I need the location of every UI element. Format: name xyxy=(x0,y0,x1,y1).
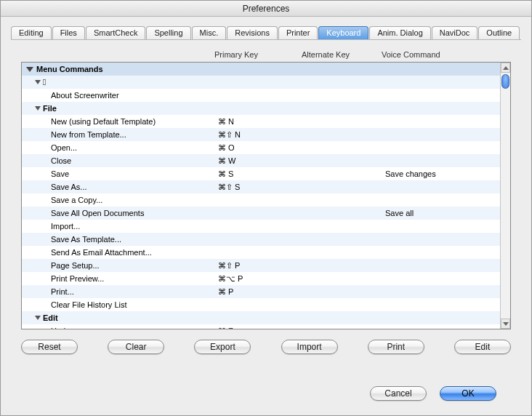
tree-header-label: Menu Commands xyxy=(36,65,103,73)
export-button[interactable]: Export xyxy=(194,340,251,354)
cancel-button[interactable]: Cancel xyxy=(370,386,427,401)
row-name: Print Preview... xyxy=(22,274,215,283)
row-label: Close xyxy=(51,156,71,165)
row-label: Save a Copy... xyxy=(51,196,102,204)
tab-navidoc[interactable]: NaviDoc xyxy=(432,26,478,39)
col-name xyxy=(21,50,214,59)
edit-button[interactable]: Edit xyxy=(454,340,511,354)
tab-printer[interactable]: Printer xyxy=(278,26,318,39)
import-button[interactable]: Import xyxy=(281,340,338,354)
row-label: Print Preview... xyxy=(51,274,104,283)
table-row[interactable]: Close⌘ W xyxy=(22,154,510,167)
row-name: Undo xyxy=(22,327,215,329)
scroll-up-button[interactable] xyxy=(501,63,510,73)
tab-smartcheck[interactable]: SmartCheck xyxy=(86,26,146,39)
row-label: New (using Default Template) xyxy=(51,117,156,126)
row-primary: ⌘ S xyxy=(215,169,302,179)
row-voice: Save all xyxy=(382,209,510,217)
shortcut-tree: Menu Commands About ScreenwriterFileNew… xyxy=(21,62,511,329)
table-row[interactable]: Open...⌘ O xyxy=(22,141,510,154)
row-primary: ⌘ W xyxy=(215,156,302,166)
row-primary: ⌘ P xyxy=(215,287,302,297)
table-row[interactable]: Save a Copy... xyxy=(22,193,510,207)
table-row[interactable]: About Screenwriter xyxy=(22,89,510,102)
row-name: Close xyxy=(22,156,215,165)
col-primary: Primary Key xyxy=(214,50,302,59)
row-name: Send As Email Attachment... xyxy=(22,248,215,257)
tab-editing[interactable]: Editing xyxy=(11,26,52,39)
row-primary: ⌘ N xyxy=(215,117,302,127)
row-label: Save All Open Documents xyxy=(51,209,144,217)
tree-header[interactable]: Menu Commands xyxy=(22,63,510,76)
table-row[interactable]: Clear File History List xyxy=(22,298,510,311)
row-name: Open... xyxy=(22,143,215,152)
row-name: Save xyxy=(22,169,215,178)
chevron-down-icon xyxy=(35,316,41,320)
row-primary: ⌘⇧ P xyxy=(215,261,302,271)
chevron-up-icon xyxy=(503,66,509,70)
print-button[interactable]: Print xyxy=(368,340,424,354)
tab-keyboard[interactable]: Keyboard xyxy=(318,26,368,39)
dialog-buttons: Cancel OK xyxy=(370,386,496,401)
row-label: Open... xyxy=(51,143,77,152)
row-label: File xyxy=(43,104,57,113)
row-label: Page Setup... xyxy=(51,261,100,270)
action-buttons: Reset Clear Export Import Print Edit xyxy=(21,340,511,354)
scroll-thumb[interactable] xyxy=(501,74,509,89)
table-row[interactable]: New (using Default Template)⌘ N xyxy=(22,115,510,128)
reset-button[interactable]: Reset xyxy=(21,340,78,354)
table-row[interactable]: Save⌘ SSave changes xyxy=(22,167,510,180)
row-label: Print... xyxy=(51,287,74,296)
vertical-scrollbar[interactable] xyxy=(500,63,510,329)
table-row[interactable]: Save As Template... xyxy=(22,233,510,246)
ok-button[interactable]: OK xyxy=(440,386,496,401)
row-label: Send As Email Attachment... xyxy=(51,248,152,257)
table-row[interactable]: Save All Open DocumentsSave all xyxy=(22,207,510,220)
tab-files[interactable]: Files xyxy=(52,26,85,39)
row-primary: ⌘⌥ P xyxy=(215,274,302,284)
preferences-window: Preferences EditingFilesSmartCheckSpelli… xyxy=(0,0,532,416)
apple-icon:  xyxy=(43,77,46,87)
chevron-down-icon xyxy=(35,106,41,111)
tab-spelling[interactable]: Spelling xyxy=(146,26,190,39)
row-primary: ⌘ O xyxy=(215,143,302,153)
tabs-strip: EditingFilesSmartCheckSpellingMisc.Revis… xyxy=(11,25,521,40)
clear-button[interactable]: Clear xyxy=(108,340,164,354)
chevron-down-icon xyxy=(35,80,41,84)
table-row[interactable]: Edit xyxy=(22,311,510,324)
col-voice: Voice Command xyxy=(382,50,492,59)
row-primary: ⌘ Z xyxy=(215,327,302,329)
row-name: Save All Open Documents xyxy=(22,209,215,217)
table-row[interactable]: Undo⌘ Z xyxy=(22,324,510,329)
row-label: New from Template... xyxy=(51,130,126,139)
table-row[interactable]: Import... xyxy=(22,220,510,233)
row-label: Clear File History List xyxy=(51,300,127,309)
row-name:  xyxy=(22,77,215,87)
table-row[interactable]:  xyxy=(22,76,510,89)
table-row[interactable]: New from Template...⌘⇧ N xyxy=(22,128,510,141)
scroll-track[interactable] xyxy=(501,73,510,319)
table-row[interactable]: File xyxy=(22,102,510,115)
table-row[interactable]: Save As...⌘⇧ S xyxy=(22,180,510,193)
table-row[interactable]: Page Setup...⌘⇧ P xyxy=(22,259,510,272)
row-name: Save As Template... xyxy=(22,235,215,244)
table-row[interactable]: Send As Email Attachment... xyxy=(22,246,510,259)
tab-misc-[interactable]: Misc. xyxy=(192,26,227,39)
column-headers: Primary Key Alternate Key Voice Command xyxy=(21,50,492,59)
tab-anim-dialog[interactable]: Anim. Dialog xyxy=(369,26,430,39)
row-name: Print... xyxy=(22,287,215,296)
tab-revisions[interactable]: Revisions xyxy=(227,26,278,39)
row-label: Edit xyxy=(43,313,58,322)
row-label: About Screenwriter xyxy=(51,91,119,100)
scroll-down-button[interactable] xyxy=(501,319,510,329)
col-alternate: Alternate Key xyxy=(302,50,382,59)
table-row[interactable]: Print Preview...⌘⌥ P xyxy=(22,272,510,285)
row-name: File xyxy=(22,104,215,113)
row-name: Save As... xyxy=(22,183,215,191)
row-name: Import... xyxy=(22,222,215,231)
table-row[interactable]: Print...⌘ P xyxy=(22,285,510,298)
row-name: Page Setup... xyxy=(22,261,215,270)
tab-outline[interactable]: Outline xyxy=(478,26,520,39)
row-name: Save a Copy... xyxy=(22,196,215,204)
row-name: Edit xyxy=(22,313,215,322)
